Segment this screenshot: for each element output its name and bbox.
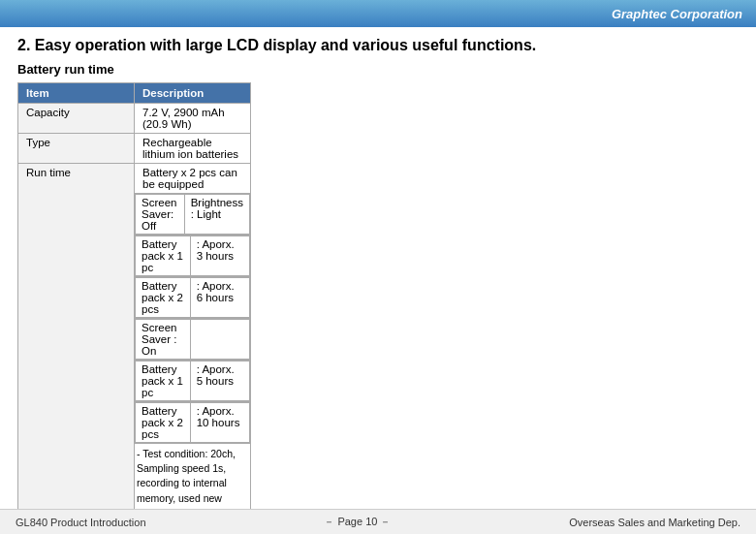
footer-center: － Page 10 － [324, 515, 391, 529]
inner-right: Brightness : Light [184, 195, 249, 235]
inner-left: Screen Saver : On [136, 320, 191, 360]
inner-left: Battery pack x 1 pc [136, 236, 191, 276]
section-title: Battery run time [0, 60, 756, 82]
table-row: TypeRechargeable lithium ion batteries [18, 134, 739, 164]
inner-left: Battery pack x 2 pcs [136, 278, 191, 318]
inner-left: Battery pack x 2 pcs [136, 403, 191, 443]
inner-right: : Aporx. 5 hours [190, 361, 249, 401]
table-row: Capacity7.2 V, 2900 mAh (20.9 Wh) [18, 104, 739, 134]
table-container: Item Description Capacity7.2 V, 2900 mAh… [0, 82, 756, 534]
inner-left: Screen Saver: Off [136, 195, 185, 235]
table-row-item: Run time [18, 164, 135, 535]
inner-right: : Aporx. 6 hours [190, 278, 249, 318]
table-row-desc: Battery x 2 pcs can be equipped [135, 164, 251, 194]
battery-table: Item Description Capacity7.2 V, 2900 mAh… [17, 82, 739, 534]
footer-left: GL840 Product Introduction [16, 517, 146, 528]
table-row-inner: Battery pack x 1 pc: Aporx. 5 hours [135, 361, 251, 402]
footer-right: Overseas Sales and Marketing Dep. [569, 517, 740, 528]
inner-right: : Aporx. 3 hours [190, 236, 249, 276]
main-title: 2. Easy operation with large LCD display… [0, 27, 756, 60]
table-row-desc: Rechargeable lithium ion batteries [135, 134, 251, 164]
col-header-item: Item [18, 83, 135, 104]
table-row-inner: Battery pack x 1 pc: Aporx. 3 hours [135, 236, 251, 277]
company-name: Graphtec Corporation [612, 7, 742, 21]
table-row-inner: Screen Saver : On [135, 319, 251, 361]
col-header-description: Description [135, 83, 251, 104]
table-row-inner: Battery pack x 2 pcs: Aporx. 10 hours [135, 402, 251, 444]
header-bar: Graphtec Corporation [0, 0, 756, 27]
table-row-item: Type [18, 134, 135, 164]
table-row-inner: Battery pack x 2 pcs: Aporx. 6 hours [135, 277, 251, 319]
table-row-inner: Screen Saver: OffBrightness : Light [135, 194, 251, 236]
inner-right: : Aporx. 10 hours [190, 403, 249, 443]
inner-left: Battery pack x 1 pc [136, 361, 191, 401]
table-row-desc: 7.2 V, 2900 mAh (20.9 Wh) [135, 104, 251, 134]
inner-right [190, 320, 249, 360]
table-row-item: Capacity [18, 104, 135, 134]
footer: GL840 Product Introduction － Page 10 － O… [0, 509, 756, 534]
